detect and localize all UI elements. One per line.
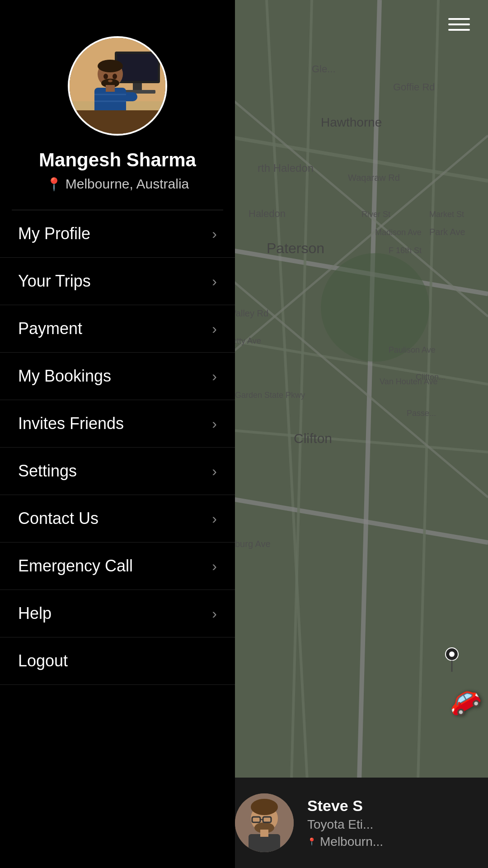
driver-location-icon: 📍 [307,837,316,846]
svg-point-37 [449,651,455,657]
svg-rect-49 [115,92,137,101]
avatar-image [70,38,165,134]
menu-item-label-my-bookings: My Bookings [18,367,111,386]
avatar [68,36,167,136]
menu-item-my-bookings[interactable]: My Bookings› [0,353,235,400]
menu-item-label-logout: Logout [18,651,68,670]
menu-item-label-my-profile: My Profile [18,224,90,243]
menu-item-your-trips[interactable]: Your Trips› [0,258,235,305]
svg-point-54 [113,74,117,79]
menu-item-contact-us[interactable]: Contact Us› [0,495,235,542]
svg-rect-65 [260,830,268,837]
chevron-icon-your-trips: › [212,273,217,290]
menu-item-label-help: Help [18,604,52,623]
chevron-icon-settings: › [212,463,217,480]
driver-name: Steve S [307,797,474,815]
map-view: Hawthorne Paterson Clifton rth Haledon H… [221,0,488,868]
user-location: 📍 Melbourne, Australia [46,176,189,192]
svg-point-55 [108,80,113,82]
hamburger-menu-button[interactable] [444,14,474,35]
svg-rect-52 [106,85,115,92]
chevron-icon-my-profile: › [212,226,217,242]
user-location-text: Melbourne, Australia [66,176,189,192]
menu-item-payment[interactable]: Payment› [0,305,235,353]
map-overlay [221,0,488,868]
driver-location-text: Melbourn... [320,835,383,849]
svg-point-59 [251,799,278,815]
driver-card: Steve S Toyota Eti... 📍 Melbourn... [221,778,488,868]
menu-item-settings[interactable]: Settings› [0,448,235,495]
menu-item-label-payment: Payment [18,319,82,338]
sidebar: Mangesh Sharma 📍 Melbourne, Australia My… [0,0,235,868]
driver-avatar [235,793,294,852]
chevron-icon-my-bookings: › [212,368,217,385]
hamburger-line-1 [448,18,470,20]
driver-location-row: 📍 Melbourn... [307,835,474,849]
user-name: Mangesh Sharma [39,149,196,171]
hamburger-line-2 [448,24,470,25]
menu-item-emergency-call[interactable]: Emergency Call› [0,542,235,590]
menu-item-label-settings: Settings [18,462,77,481]
menu-item-help[interactable]: Help› [0,590,235,637]
hamburger-line-3 [448,29,470,31]
location-pin [443,647,461,674]
svg-point-46 [98,60,123,72]
menu-item-label-invites-friends: Invites Friends [18,414,124,433]
chevron-icon-help: › [212,605,217,622]
location-icon: 📍 [46,177,62,192]
svg-rect-42 [117,54,158,81]
driver-info: Steve S Toyota Eti... 📍 Melbourn... [307,797,474,849]
chevron-icon-contact-us: › [212,510,217,527]
menu-item-my-profile[interactable]: My Profile› [0,210,235,258]
menu-item-logout[interactable]: Logout [0,637,235,685]
menu-item-label-your-trips: Your Trips [18,272,91,291]
svg-rect-56 [70,110,165,134]
chevron-icon-emergency-call: › [212,558,217,575]
menu-list: My Profile›Your Trips›Payment›My Booking… [0,210,235,868]
driver-avatar-image [235,793,294,852]
menu-item-label-contact-us: Contact Us [18,509,99,528]
menu-item-label-emergency-call: Emergency Call [18,557,133,576]
chevron-icon-invites-friends: › [212,415,217,432]
menu-item-invites-friends[interactable]: Invites Friends› [0,400,235,448]
profile-section: Mangesh Sharma 📍 Melbourne, Australia [0,0,235,210]
svg-point-53 [103,74,108,79]
driver-car: Toyota Eti... [307,817,474,832]
chevron-icon-payment: › [212,321,217,337]
